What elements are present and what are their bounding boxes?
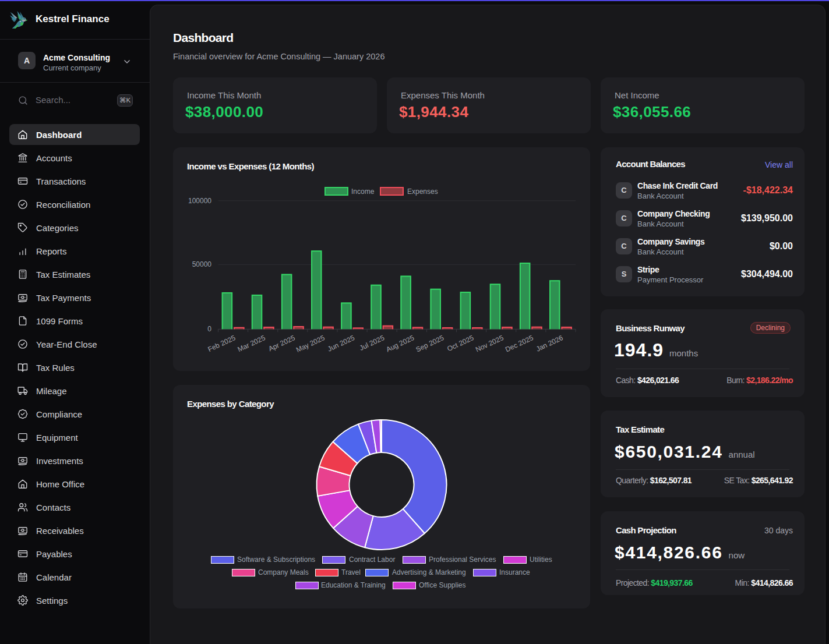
- svg-text:100000: 100000: [188, 197, 211, 205]
- svg-text:Expenses: Expenses: [407, 187, 438, 196]
- svg-text:Jul 2025: Jul 2025: [358, 334, 386, 352]
- svg-text:Feb 2025: Feb 2025: [206, 334, 237, 353]
- svg-text:Nov 2025: Nov 2025: [474, 334, 505, 354]
- svg-text:Oct 2025: Oct 2025: [446, 334, 475, 353]
- svg-text:Aug 2025: Aug 2025: [385, 334, 416, 354]
- svg-text:Apr 2025: Apr 2025: [267, 334, 297, 353]
- svg-text:50000: 50000: [192, 260, 212, 268]
- svg-text:Sep 2025: Sep 2025: [415, 334, 446, 354]
- svg-text:May 2025: May 2025: [295, 334, 326, 354]
- svg-text:Mar 2025: Mar 2025: [237, 334, 267, 353]
- svg-text:Jan 2026: Jan 2026: [535, 334, 565, 353]
- svg-text:0: 0: [207, 325, 211, 333]
- svg-text:Jun 2025: Jun 2025: [326, 334, 356, 353]
- svg-text:Dec 2025: Dec 2025: [504, 334, 535, 354]
- svg-text:Income: Income: [351, 187, 375, 196]
